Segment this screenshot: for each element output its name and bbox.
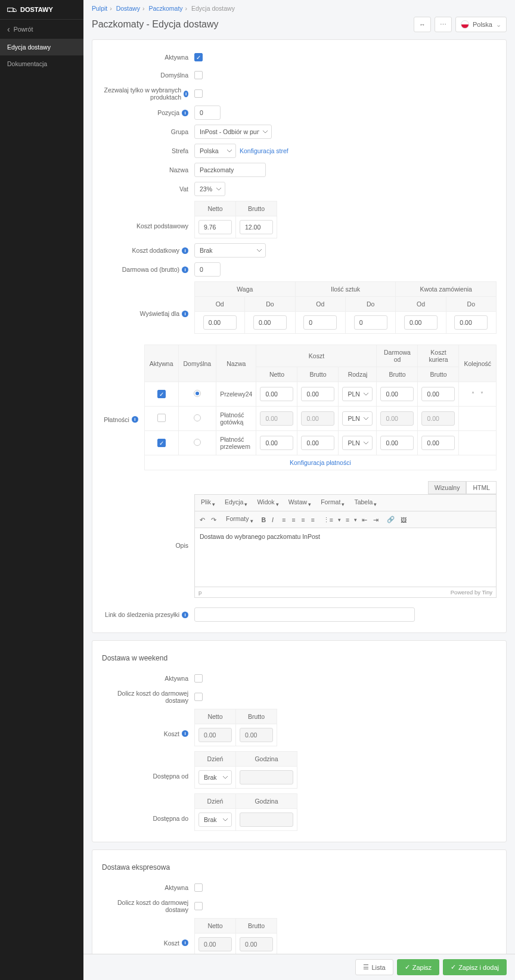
- move-down-icon[interactable]: ˅: [480, 391, 483, 398]
- checkbox-zezwalaj[interactable]: [194, 89, 203, 98]
- input-koszt-brutto[interactable]: [240, 220, 273, 234]
- payment-active-checkbox[interactable]: [157, 390, 166, 398]
- image-icon[interactable]: 🖼: [399, 515, 408, 525]
- sidebar-back[interactable]: Powrót: [0, 20, 83, 39]
- payment-courier-input[interactable]: [421, 387, 455, 401]
- payment-courier-input: [421, 411, 455, 426]
- payment-free-input[interactable]: [380, 387, 414, 401]
- undo-icon[interactable]: ↶: [198, 515, 206, 525]
- payment-default-radio[interactable]: [194, 414, 201, 421]
- input-link-sledzenia[interactable]: [194, 607, 415, 622]
- align-left-icon[interactable]: ≡: [281, 515, 287, 525]
- menu-table[interactable]: Tabela▾: [352, 497, 378, 508]
- payment-brutto-input[interactable]: [301, 387, 334, 401]
- sidebar-item-docs[interactable]: Dokumentacja: [0, 55, 83, 72]
- label-link-sledzenia: Link do śledzenia przesyłkii: [102, 611, 194, 618]
- label-opis: Opis: [102, 481, 194, 598]
- input-sztuk-do[interactable]: [354, 315, 387, 330]
- sidebar-item-edit[interactable]: Edycja dostawy: [0, 39, 83, 55]
- payment-type-select[interactable]: PLN: [342, 411, 373, 426]
- select-grupa[interactable]: InPost - Odbiór w punkcie: [194, 125, 272, 139]
- checkbox-express-dolicz[interactable]: [194, 902, 203, 910]
- editor-tab-html[interactable]: HTML: [466, 481, 497, 494]
- expand-button[interactable]: ↔: [414, 17, 431, 32]
- menu-view[interactable]: Widok▾: [255, 497, 280, 508]
- link-strefy[interactable]: Konfiguracja stref: [240, 147, 288, 154]
- link-icon[interactable]: 🔗: [386, 514, 396, 525]
- editor-content[interactable]: Dostawa do wybranego paczkomatu InPost: [194, 528, 497, 587]
- menu-format[interactable]: Format▾: [318, 497, 346, 508]
- editor-tab-visual[interactable]: Wizualny: [428, 481, 467, 494]
- more-button[interactable]: ⋯: [435, 17, 452, 32]
- checkbox-domyslna[interactable]: [194, 71, 203, 79]
- input-koszt-netto[interactable]: [198, 220, 232, 234]
- label-wyswietlaj: Wyświetlaj dlai: [102, 281, 194, 334]
- payment-courier-input[interactable]: [421, 436, 455, 450]
- select-do-dzien[interactable]: Brak: [198, 812, 232, 827]
- zapisz-dodaj-button[interactable]: ✓Zapisz i dodaj: [443, 959, 507, 975]
- menu-edit[interactable]: Edycja▾: [222, 497, 249, 508]
- breadcrumb-link[interactable]: Paczkomaty: [148, 5, 182, 12]
- checkbox-weekend-dolicz[interactable]: [194, 693, 203, 701]
- menu-file[interactable]: Plik▾: [198, 497, 216, 508]
- payment-free-input[interactable]: [380, 436, 414, 450]
- info-icon: i: [182, 311, 188, 317]
- country-select[interactable]: Polska⌄: [455, 17, 507, 32]
- breadcrumb-link[interactable]: Dostawy: [116, 5, 140, 12]
- input-waga-od[interactable]: [203, 315, 237, 330]
- payment-type-select[interactable]: PLN: [342, 387, 373, 401]
- input-kwota-od[interactable]: [404, 315, 438, 330]
- bold-icon[interactable]: B: [260, 515, 268, 525]
- checkbox-weekend-aktywna[interactable]: [194, 674, 203, 683]
- payment-netto-input[interactable]: [260, 387, 293, 401]
- label-platnosci: Płatnościi: [102, 345, 144, 470]
- input-sztuk-od[interactable]: [303, 315, 337, 330]
- redo-icon[interactable]: ↷: [210, 515, 218, 525]
- link-config-platnosci[interactable]: Konfiguracja płatności: [290, 459, 351, 466]
- info-icon: i: [182, 110, 188, 116]
- select-od-dzien[interactable]: Brak: [198, 770, 232, 784]
- bullet-list-icon[interactable]: ⋮≡: [322, 515, 334, 525]
- info-icon: i: [182, 247, 188, 254]
- label-pozycja: Pozycjai: [102, 109, 194, 116]
- input-darmowa-od[interactable]: [194, 262, 221, 277]
- label-strefa: Strefa: [102, 147, 194, 154]
- flag-icon: [461, 20, 469, 29]
- align-center-icon[interactable]: ≡: [290, 515, 296, 525]
- align-right-icon[interactable]: ≡: [300, 515, 306, 525]
- input-waga-do[interactable]: [253, 315, 287, 330]
- input-pozycja[interactable]: [194, 106, 221, 120]
- input-do-godzina: [240, 812, 293, 827]
- info-icon: i: [182, 730, 188, 737]
- breadcrumb-link[interactable]: Pulpit: [92, 5, 107, 12]
- move-up-icon[interactable]: ˄: [471, 391, 474, 398]
- payment-active-checkbox[interactable]: [157, 439, 166, 447]
- select-strefa[interactable]: Polska: [194, 144, 236, 158]
- input-nazwa[interactable]: [194, 163, 266, 177]
- checkbox-aktywna[interactable]: [194, 53, 203, 61]
- select-koszt-dodatkowy[interactable]: Brak: [194, 243, 266, 258]
- zapisz-button[interactable]: ✓Zapisz: [397, 959, 439, 975]
- input-kwota-do[interactable]: [454, 315, 488, 330]
- payment-brutto-input[interactable]: [301, 436, 334, 450]
- payment-type-select[interactable]: PLN: [342, 436, 373, 450]
- payment-active-checkbox[interactable]: [157, 414, 166, 422]
- payment-default-radio[interactable]: [194, 390, 201, 397]
- formats-dropdown[interactable]: Formaty▾: [224, 514, 255, 525]
- checkbox-express-aktywna[interactable]: [194, 883, 203, 892]
- th-brutto: Brutto: [236, 201, 277, 216]
- align-justify-icon[interactable]: ≡: [309, 515, 315, 525]
- indent-icon[interactable]: ⇥: [372, 515, 380, 525]
- menu-insert[interactable]: Wstaw▾: [286, 497, 313, 508]
- breadcrumb-current: Edycja dostawy: [191, 5, 235, 12]
- payment-row: Przelewy24 PLN ˄˅: [144, 382, 496, 407]
- select-vat[interactable]: 23%: [194, 182, 225, 196]
- italic-icon[interactable]: I: [271, 515, 275, 525]
- outdent-icon[interactable]: ⇤: [361, 515, 368, 525]
- label-darmowa-od: Darmowa od (brutto)i: [102, 266, 194, 273]
- payment-default-radio[interactable]: [194, 439, 201, 446]
- payment-netto-input[interactable]: [260, 436, 293, 450]
- label-aktywna: Aktywna: [102, 54, 194, 61]
- lista-button[interactable]: ☰Lista: [355, 959, 393, 975]
- number-list-icon[interactable]: ≡: [345, 515, 350, 525]
